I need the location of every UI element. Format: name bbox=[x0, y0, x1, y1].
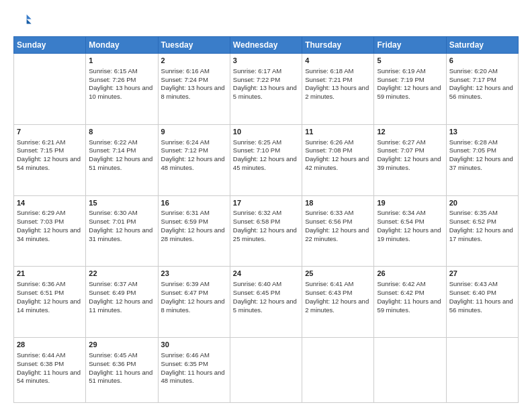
day-number: 22 bbox=[89, 269, 154, 279]
sunrise-text: Sunrise: 6:45 AM bbox=[89, 351, 154, 360]
sunset-text: Sunset: 7:08 PM bbox=[305, 146, 371, 155]
table-row bbox=[14, 54, 86, 125]
table-row: 29Sunrise: 6:45 AMSunset: 6:36 PMDayligh… bbox=[86, 338, 158, 403]
table-row bbox=[230, 338, 302, 403]
sunset-text: Sunset: 6:42 PM bbox=[377, 289, 443, 298]
daylight-text: Daylight: 11 hours and 59 minutes. bbox=[377, 298, 443, 315]
day-number: 20 bbox=[449, 198, 515, 208]
day-number: 25 bbox=[305, 269, 371, 279]
sunrise-text: Sunrise: 6:43 AM bbox=[449, 280, 515, 289]
sunset-text: Sunset: 7:12 PM bbox=[161, 146, 227, 155]
table-row: 16Sunrise: 6:31 AMSunset: 6:59 PMDayligh… bbox=[158, 195, 230, 267]
daylight-text: Daylight: 12 hours and 56 minutes. bbox=[449, 84, 515, 101]
daylight-text: Daylight: 13 hours and 2 minutes. bbox=[305, 84, 371, 101]
sunrise-text: Sunrise: 6:30 AM bbox=[89, 209, 154, 218]
table-row bbox=[374, 338, 446, 403]
daylight-text: Daylight: 12 hours and 5 minutes. bbox=[233, 298, 299, 315]
table-row: 25Sunrise: 6:41 AMSunset: 6:43 PMDayligh… bbox=[302, 267, 374, 338]
sunset-text: Sunset: 6:35 PM bbox=[161, 360, 227, 369]
sunrise-text: Sunrise: 6:42 AM bbox=[377, 280, 443, 289]
day-number: 13 bbox=[449, 127, 515, 137]
sunset-text: Sunset: 6:36 PM bbox=[89, 360, 154, 369]
table-row: 23Sunrise: 6:39 AMSunset: 6:47 PMDayligh… bbox=[158, 267, 230, 338]
day-number: 21 bbox=[17, 269, 83, 279]
sunset-text: Sunset: 7:22 PM bbox=[233, 76, 299, 85]
table-row: 28Sunrise: 6:44 AMSunset: 6:38 PMDayligh… bbox=[14, 338, 86, 403]
table-row: 17Sunrise: 6:32 AMSunset: 6:58 PMDayligh… bbox=[230, 195, 302, 267]
sunset-text: Sunset: 7:19 PM bbox=[377, 76, 443, 85]
calendar-week-row: 21Sunrise: 6:36 AMSunset: 6:51 PMDayligh… bbox=[14, 267, 519, 338]
sunrise-text: Sunrise: 6:29 AM bbox=[17, 209, 83, 218]
calendar-week-row: 14Sunrise: 6:29 AMSunset: 7:03 PMDayligh… bbox=[14, 195, 519, 267]
daylight-text: Daylight: 12 hours and 54 minutes. bbox=[17, 155, 83, 173]
day-number: 30 bbox=[161, 340, 227, 350]
daylight-text: Daylight: 13 hours and 5 minutes. bbox=[233, 84, 299, 101]
col-saturday: Saturday bbox=[446, 37, 518, 54]
sunrise-text: Sunrise: 6:15 AM bbox=[89, 67, 154, 76]
sunrise-text: Sunrise: 6:17 AM bbox=[233, 67, 299, 76]
day-number: 7 bbox=[17, 127, 83, 137]
sunset-text: Sunset: 7:05 PM bbox=[449, 146, 515, 155]
sunset-text: Sunset: 7:07 PM bbox=[377, 146, 443, 155]
sunset-text: Sunset: 6:54 PM bbox=[377, 218, 443, 226]
table-row: 4Sunrise: 6:18 AMSunset: 7:21 PMDaylight… bbox=[302, 54, 374, 125]
calendar-table: Sunday Monday Tuesday Wednesday Thursday… bbox=[13, 36, 519, 403]
daylight-text: Daylight: 12 hours and 28 minutes. bbox=[161, 226, 227, 244]
daylight-text: Daylight: 12 hours and 45 minutes. bbox=[233, 155, 299, 173]
sunrise-text: Sunrise: 6:22 AM bbox=[89, 138, 154, 147]
day-number: 4 bbox=[305, 56, 371, 66]
sunrise-text: Sunrise: 6:39 AM bbox=[161, 280, 227, 289]
sunset-text: Sunset: 7:17 PM bbox=[449, 76, 515, 85]
table-row: 6Sunrise: 6:20 AMSunset: 7:17 PMDaylight… bbox=[446, 54, 518, 125]
daylight-text: Daylight: 11 hours and 56 minutes. bbox=[449, 298, 515, 315]
col-wednesday: Wednesday bbox=[230, 37, 302, 54]
sunset-text: Sunset: 7:24 PM bbox=[161, 76, 227, 85]
table-row: 22Sunrise: 6:37 AMSunset: 6:49 PMDayligh… bbox=[86, 267, 158, 338]
sunrise-text: Sunrise: 6:24 AM bbox=[161, 138, 227, 147]
day-number: 15 bbox=[89, 198, 154, 208]
sunset-text: Sunset: 7:14 PM bbox=[89, 146, 154, 155]
sunset-text: Sunset: 7:26 PM bbox=[89, 76, 154, 85]
sunset-text: Sunset: 6:38 PM bbox=[17, 360, 83, 369]
sunrise-text: Sunrise: 6:41 AM bbox=[305, 280, 371, 289]
day-number: 18 bbox=[305, 198, 371, 208]
table-row: 26Sunrise: 6:42 AMSunset: 6:42 PMDayligh… bbox=[374, 267, 446, 338]
sunset-text: Sunset: 7:15 PM bbox=[17, 146, 83, 155]
day-number: 8 bbox=[89, 127, 154, 137]
table-row: 2Sunrise: 6:16 AMSunset: 7:24 PMDaylight… bbox=[158, 54, 230, 125]
sunrise-text: Sunrise: 6:31 AM bbox=[161, 209, 227, 218]
table-row: 24Sunrise: 6:40 AMSunset: 6:45 PMDayligh… bbox=[230, 267, 302, 338]
daylight-text: Daylight: 12 hours and 11 minutes. bbox=[89, 298, 154, 315]
sunset-text: Sunset: 6:59 PM bbox=[161, 218, 227, 226]
sunrise-text: Sunrise: 6:35 AM bbox=[449, 209, 515, 218]
table-row: 12Sunrise: 6:27 AMSunset: 7:07 PMDayligh… bbox=[374, 124, 446, 195]
day-number: 29 bbox=[89, 340, 154, 350]
daylight-text: Daylight: 12 hours and 2 minutes. bbox=[305, 298, 371, 315]
table-row: 8Sunrise: 6:22 AMSunset: 7:14 PMDaylight… bbox=[86, 124, 158, 195]
sunset-text: Sunset: 7:21 PM bbox=[305, 76, 371, 85]
calendar-week-row: 28Sunrise: 6:44 AMSunset: 6:38 PMDayligh… bbox=[14, 338, 519, 403]
table-row: 30Sunrise: 6:46 AMSunset: 6:35 PMDayligh… bbox=[158, 338, 230, 403]
day-number: 3 bbox=[233, 56, 299, 66]
day-number: 9 bbox=[161, 127, 227, 137]
table-row: 27Sunrise: 6:43 AMSunset: 6:40 PMDayligh… bbox=[446, 267, 518, 338]
sunrise-text: Sunrise: 6:18 AM bbox=[305, 67, 371, 76]
daylight-text: Daylight: 12 hours and 14 minutes. bbox=[17, 298, 83, 315]
day-number: 17 bbox=[233, 198, 299, 208]
table-row: 9Sunrise: 6:24 AMSunset: 7:12 PMDaylight… bbox=[158, 124, 230, 195]
day-number: 26 bbox=[377, 269, 443, 279]
sunrise-text: Sunrise: 6:25 AM bbox=[233, 138, 299, 147]
header bbox=[13, 11, 519, 30]
day-number: 5 bbox=[377, 56, 443, 66]
sunrise-text: Sunrise: 6:37 AM bbox=[89, 280, 154, 289]
day-number: 28 bbox=[17, 340, 83, 350]
daylight-text: Daylight: 12 hours and 22 minutes. bbox=[305, 226, 371, 244]
sunrise-text: Sunrise: 6:44 AM bbox=[17, 351, 83, 360]
logo-icon bbox=[13, 11, 32, 30]
col-thursday: Thursday bbox=[302, 37, 374, 54]
daylight-text: Daylight: 12 hours and 39 minutes. bbox=[377, 155, 443, 173]
sunrise-text: Sunrise: 6:20 AM bbox=[449, 67, 515, 76]
svg-marker-1 bbox=[27, 19, 32, 24]
col-sunday: Sunday bbox=[14, 37, 86, 54]
sunset-text: Sunset: 7:10 PM bbox=[233, 146, 299, 155]
